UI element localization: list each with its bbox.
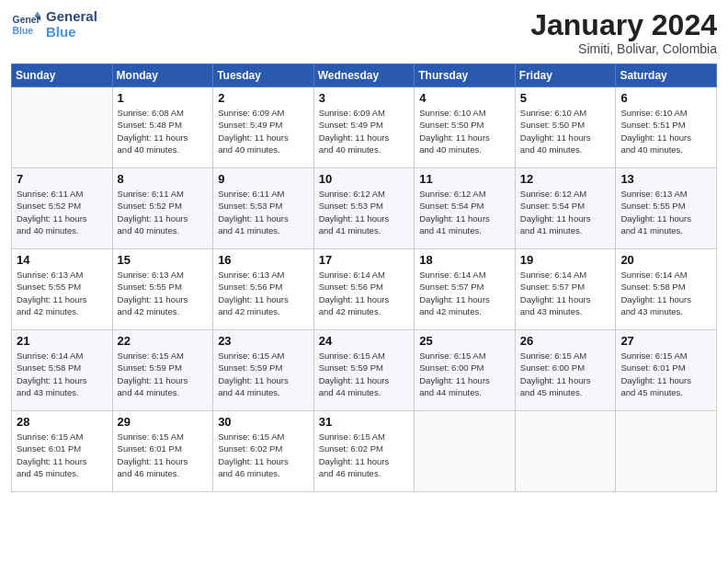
day-cell: 22Sunrise: 6:15 AM Sunset: 5:59 PM Dayli… bbox=[112, 330, 213, 411]
day-number: 1 bbox=[118, 91, 209, 105]
week-row-1: 1Sunrise: 6:08 AM Sunset: 5:48 PM Daylig… bbox=[12, 87, 717, 168]
day-info: Sunrise: 6:10 AM Sunset: 5:51 PM Dayligh… bbox=[620, 107, 711, 155]
day-info: Sunrise: 6:15 AM Sunset: 6:02 PM Dayligh… bbox=[319, 431, 410, 479]
day-info: Sunrise: 6:11 AM Sunset: 5:52 PM Dayligh… bbox=[17, 188, 108, 236]
day-cell: 2Sunrise: 6:09 AM Sunset: 5:49 PM Daylig… bbox=[213, 87, 314, 168]
calendar-container: General Blue General Blue January 2024 S… bbox=[0, 0, 728, 563]
day-cell: 9Sunrise: 6:11 AM Sunset: 5:53 PM Daylig… bbox=[213, 168, 314, 249]
week-row-4: 21Sunrise: 6:14 AM Sunset: 5:58 PM Dayli… bbox=[12, 330, 717, 411]
day-number: 12 bbox=[520, 172, 611, 186]
day-info: Sunrise: 6:15 AM Sunset: 5:59 PM Dayligh… bbox=[319, 350, 410, 398]
day-cell: 17Sunrise: 6:14 AM Sunset: 5:56 PM Dayli… bbox=[313, 249, 415, 330]
day-cell: 28Sunrise: 6:15 AM Sunset: 6:01 PM Dayli… bbox=[12, 411, 113, 492]
month-title: January 2024 bbox=[530, 9, 717, 41]
day-cell: 3Sunrise: 6:09 AM Sunset: 5:49 PM Daylig… bbox=[313, 87, 415, 168]
day-info: Sunrise: 6:13 AM Sunset: 5:55 PM Dayligh… bbox=[17, 269, 108, 317]
day-cell: 25Sunrise: 6:15 AM Sunset: 6:00 PM Dayli… bbox=[415, 330, 516, 411]
day-cell: 30Sunrise: 6:15 AM Sunset: 6:02 PM Dayli… bbox=[213, 411, 314, 492]
day-number: 28 bbox=[17, 415, 108, 429]
day-info: Sunrise: 6:15 AM Sunset: 5:59 PM Dayligh… bbox=[218, 350, 309, 398]
day-number: 11 bbox=[419, 172, 510, 186]
week-row-3: 14Sunrise: 6:13 AM Sunset: 5:55 PM Dayli… bbox=[12, 249, 717, 330]
day-cell: 4Sunrise: 6:10 AM Sunset: 5:50 PM Daylig… bbox=[415, 87, 516, 168]
day-cell bbox=[616, 411, 717, 492]
day-number: 2 bbox=[218, 91, 309, 105]
day-info: Sunrise: 6:10 AM Sunset: 5:50 PM Dayligh… bbox=[520, 107, 611, 155]
day-info: Sunrise: 6:12 AM Sunset: 5:53 PM Dayligh… bbox=[319, 188, 410, 236]
day-info: Sunrise: 6:13 AM Sunset: 5:55 PM Dayligh… bbox=[620, 188, 711, 236]
day-number: 5 bbox=[520, 91, 611, 105]
day-number: 23 bbox=[218, 334, 309, 348]
day-info: Sunrise: 6:08 AM Sunset: 5:48 PM Dayligh… bbox=[118, 107, 209, 155]
day-cell: 24Sunrise: 6:15 AM Sunset: 5:59 PM Dayli… bbox=[313, 330, 415, 411]
day-number: 7 bbox=[17, 172, 108, 186]
day-cell: 6Sunrise: 6:10 AM Sunset: 5:51 PM Daylig… bbox=[616, 87, 717, 168]
day-number: 20 bbox=[620, 253, 711, 267]
day-number: 16 bbox=[218, 253, 309, 267]
header: General Blue General Blue January 2024 S… bbox=[11, 9, 717, 56]
day-number: 10 bbox=[319, 172, 410, 186]
day-info: Sunrise: 6:11 AM Sunset: 5:52 PM Dayligh… bbox=[118, 188, 209, 236]
day-info: Sunrise: 6:14 AM Sunset: 5:58 PM Dayligh… bbox=[620, 269, 711, 317]
day-number: 13 bbox=[620, 172, 711, 186]
day-cell: 23Sunrise: 6:15 AM Sunset: 5:59 PM Dayli… bbox=[213, 330, 314, 411]
day-number: 24 bbox=[319, 334, 410, 348]
header-cell-wednesday: Wednesday bbox=[313, 64, 415, 87]
day-info: Sunrise: 6:13 AM Sunset: 5:56 PM Dayligh… bbox=[218, 269, 309, 317]
logo: General Blue General Blue bbox=[11, 9, 97, 40]
day-cell bbox=[12, 87, 113, 168]
day-info: Sunrise: 6:15 AM Sunset: 5:59 PM Dayligh… bbox=[118, 350, 209, 398]
header-cell-monday: Monday bbox=[112, 64, 213, 87]
header-row: SundayMondayTuesdayWednesdayThursdayFrid… bbox=[12, 64, 717, 87]
day-info: Sunrise: 6:15 AM Sunset: 6:01 PM Dayligh… bbox=[620, 350, 711, 398]
day-cell: 10Sunrise: 6:12 AM Sunset: 5:53 PM Dayli… bbox=[313, 168, 415, 249]
day-info: Sunrise: 6:15 AM Sunset: 6:01 PM Dayligh… bbox=[118, 431, 209, 479]
day-info: Sunrise: 6:09 AM Sunset: 5:49 PM Dayligh… bbox=[319, 107, 410, 155]
day-cell: 7Sunrise: 6:11 AM Sunset: 5:52 PM Daylig… bbox=[12, 168, 113, 249]
header-cell-tuesday: Tuesday bbox=[213, 64, 314, 87]
calendar-table: SundayMondayTuesdayWednesdayThursdayFrid… bbox=[11, 63, 717, 492]
day-info: Sunrise: 6:12 AM Sunset: 5:54 PM Dayligh… bbox=[419, 188, 510, 236]
header-cell-friday: Friday bbox=[515, 64, 616, 87]
day-cell: 20Sunrise: 6:14 AM Sunset: 5:58 PM Dayli… bbox=[616, 249, 717, 330]
day-cell: 26Sunrise: 6:15 AM Sunset: 6:00 PM Dayli… bbox=[515, 330, 616, 411]
day-number: 26 bbox=[520, 334, 611, 348]
logo-line1: General bbox=[46, 9, 97, 25]
day-info: Sunrise: 6:12 AM Sunset: 5:54 PM Dayligh… bbox=[520, 188, 611, 236]
day-cell: 5Sunrise: 6:10 AM Sunset: 5:50 PM Daylig… bbox=[515, 87, 616, 168]
day-number: 8 bbox=[118, 172, 209, 186]
day-info: Sunrise: 6:15 AM Sunset: 6:02 PM Dayligh… bbox=[218, 431, 309, 479]
svg-marker-2 bbox=[35, 11, 40, 16]
day-number: 17 bbox=[319, 253, 410, 267]
day-cell: 12Sunrise: 6:12 AM Sunset: 5:54 PM Dayli… bbox=[515, 168, 616, 249]
day-info: Sunrise: 6:14 AM Sunset: 5:56 PM Dayligh… bbox=[319, 269, 410, 317]
logo-line2: Blue bbox=[46, 25, 97, 40]
day-number: 30 bbox=[218, 415, 309, 429]
day-number: 19 bbox=[520, 253, 611, 267]
week-row-5: 28Sunrise: 6:15 AM Sunset: 6:01 PM Dayli… bbox=[12, 411, 717, 492]
svg-text:Blue: Blue bbox=[13, 25, 34, 35]
day-cell: 27Sunrise: 6:15 AM Sunset: 6:01 PM Dayli… bbox=[616, 330, 717, 411]
day-number: 18 bbox=[419, 253, 510, 267]
day-number: 21 bbox=[17, 334, 108, 348]
day-number: 4 bbox=[419, 91, 510, 105]
day-cell bbox=[415, 411, 516, 492]
day-cell: 11Sunrise: 6:12 AM Sunset: 5:54 PM Dayli… bbox=[415, 168, 516, 249]
day-cell: 13Sunrise: 6:13 AM Sunset: 5:55 PM Dayli… bbox=[616, 168, 717, 249]
day-cell: 19Sunrise: 6:14 AM Sunset: 5:57 PM Dayli… bbox=[515, 249, 616, 330]
day-number: 14 bbox=[17, 253, 108, 267]
title-block: January 2024 Simiti, Bolivar, Colombia bbox=[530, 9, 717, 56]
day-number: 29 bbox=[118, 415, 209, 429]
day-info: Sunrise: 6:15 AM Sunset: 6:00 PM Dayligh… bbox=[419, 350, 510, 398]
week-row-2: 7Sunrise: 6:11 AM Sunset: 5:52 PM Daylig… bbox=[12, 168, 717, 249]
header-cell-thursday: Thursday bbox=[415, 64, 516, 87]
day-info: Sunrise: 6:10 AM Sunset: 5:50 PM Dayligh… bbox=[419, 107, 510, 155]
day-number: 31 bbox=[319, 415, 410, 429]
day-cell: 15Sunrise: 6:13 AM Sunset: 5:55 PM Dayli… bbox=[112, 249, 213, 330]
day-info: Sunrise: 6:13 AM Sunset: 5:55 PM Dayligh… bbox=[118, 269, 209, 317]
day-info: Sunrise: 6:09 AM Sunset: 5:49 PM Dayligh… bbox=[218, 107, 309, 155]
day-number: 27 bbox=[620, 334, 711, 348]
header-cell-saturday: Saturday bbox=[616, 64, 717, 87]
day-info: Sunrise: 6:11 AM Sunset: 5:53 PM Dayligh… bbox=[218, 188, 309, 236]
day-info: Sunrise: 6:15 AM Sunset: 6:01 PM Dayligh… bbox=[17, 431, 108, 479]
